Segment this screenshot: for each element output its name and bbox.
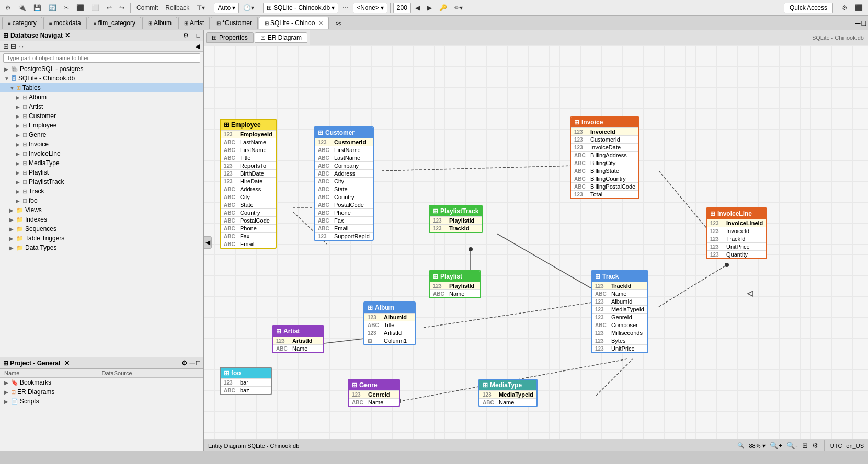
- entity-genre[interactable]: ⊞ Genre 123GenreId ABCName: [348, 379, 400, 407]
- tree-item-sqlite[interactable]: ▼ 🗄 SQLite - Chinook.db: [0, 74, 203, 83]
- entity-playlisttrack[interactable]: ⊞ PlaylistTrack 123PlaylistId 123TrackId: [429, 205, 483, 233]
- nav-icon-btn-3[interactable]: ↔: [18, 42, 25, 50]
- tree-item-employee[interactable]: ▶ ⊞ Employee: [0, 121, 203, 130]
- tree-item-invoice[interactable]: ▶ ⊞ Invoice: [0, 140, 203, 149]
- tree-item-tables[interactable]: ▼ ⊞ Tables: [0, 83, 203, 92]
- er-canvas[interactable]: ⊞ Employee 123EmployeeId ABCLastName ABC…: [204, 45, 868, 439]
- tab-customer[interactable]: ⊞ *Customer: [211, 17, 258, 29]
- tree-item-customer[interactable]: ▶ ⊞ Customer: [0, 111, 203, 121]
- commit-button[interactable]: Commit: [133, 3, 161, 13]
- tree-item-genre[interactable]: ▶ ⊞ Genre: [0, 130, 203, 140]
- entity-artist[interactable]: ⊞ Artist 123ArtistId ABCName: [272, 325, 324, 353]
- tree-label-invoiceline: InvoiceLine: [29, 150, 199, 157]
- entity-invoice[interactable]: ⊞ Invoice 123InvoiceId 123CustomerId 123…: [570, 116, 639, 199]
- tree-item-scripts[interactable]: ▶ 📄 Scripts: [0, 397, 203, 406]
- tab-artist[interactable]: ⊞ Artist: [178, 17, 210, 29]
- tree-item-datatypes[interactable]: ▶ 📁 Data Types: [0, 243, 203, 252]
- toolbar-btn-5[interactable]: ✂: [61, 3, 72, 13]
- db-nav-close-icon[interactable]: ✕: [65, 32, 70, 39]
- tree-item-playlisttrack[interactable]: ▶ ⊞ PlaylistTrack: [0, 177, 203, 187]
- entity-customer[interactable]: ⊞ Customer 123CustomerId ABCFirstName AB…: [314, 126, 374, 241]
- db-nav-minimize-btn[interactable]: ─: [190, 32, 195, 39]
- nav-icon-btn-2[interactable]: ⊟: [10, 42, 16, 50]
- toolbar-btn-8[interactable]: ↩: [104, 3, 115, 13]
- tab-maximize-btn[interactable]: □: [862, 19, 866, 27]
- toolbar-extra-2[interactable]: ✏▾: [451, 3, 466, 13]
- toolbar-btn-1[interactable]: ⚙: [2, 3, 14, 13]
- customer-field-firstname: ABCFirstName: [315, 146, 373, 154]
- nav-collapse-btn[interactable]: ◀: [195, 42, 200, 50]
- tab-overflow-btn[interactable]: »₅: [331, 18, 346, 28]
- tree-item-tabletriggers[interactable]: ▶ 📁 Table Triggers: [0, 234, 203, 243]
- tab-filmcategory[interactable]: ≡ film_category: [88, 17, 141, 29]
- project-settings-btn[interactable]: ⚙: [181, 359, 188, 367]
- auto-dropdown[interactable]: Auto ▾: [214, 3, 239, 13]
- toolbar-nav-next[interactable]: ▶: [424, 3, 435, 13]
- toolbar-btn-7[interactable]: ⬜: [88, 3, 102, 13]
- er-diagram-icon: ⊡: [260, 34, 266, 41]
- tab-mockdata[interactable]: ≡ mockdata: [43, 17, 87, 29]
- tab-close-sqlite[interactable]: ✕: [318, 20, 323, 27]
- entity-employee[interactable]: ⊞ Employee 123EmployeeId ABCLastName ABC…: [220, 119, 277, 249]
- toolbar-btn-3[interactable]: 💾: [30, 3, 44, 13]
- toolbar-settings-btn[interactable]: ⚙: [839, 3, 851, 13]
- statusbar-grid-btn[interactable]: ⊞: [802, 442, 808, 449]
- project-close-icon[interactable]: ✕: [64, 359, 70, 367]
- tab-album[interactable]: ⊞ Album: [142, 17, 177, 29]
- entity-foo[interactable]: ⊞ foo 123bar ABCbaz: [220, 367, 272, 395]
- svg-point-10: [725, 263, 729, 267]
- db-nav-maximize-btn[interactable]: □: [197, 32, 200, 39]
- zoom-out-btn[interactable]: 🔍-: [786, 442, 797, 449]
- toolbar-btn-2[interactable]: 🔌: [15, 3, 29, 13]
- tab-minimize-btn[interactable]: ─: [855, 19, 861, 27]
- db-connect-btn[interactable]: ⋯: [339, 3, 352, 13]
- tab-properties[interactable]: ⊞ Properties: [206, 32, 254, 43]
- tree-item-album[interactable]: ▶ ⊞ Album: [0, 92, 203, 102]
- tree-item-artist[interactable]: ▶ ⊞ Artist: [0, 102, 203, 111]
- project-minimize-btn[interactable]: ─: [189, 359, 194, 367]
- svg-marker-17: [748, 291, 753, 296]
- tree-item-indexes[interactable]: ▶ 📁 Indexes: [0, 215, 203, 224]
- statusbar-settings-btn[interactable]: ⚙: [812, 442, 818, 449]
- entity-track[interactable]: ⊞ Track 123TrackId ABCName 123AlbumId 12…: [591, 270, 648, 353]
- toolbar-btn-4[interactable]: 🔄: [45, 3, 60, 13]
- tab-er-diagram[interactable]: ⊡ ER Diagram: [255, 32, 307, 43]
- toolbar-filter-btn[interactable]: ⊤▾: [193, 3, 208, 13]
- tree-item-invoiceline[interactable]: ▶ ⊞ InvoiceLine: [0, 149, 203, 158]
- toolbar-btn-6[interactable]: ⬛: [73, 3, 87, 13]
- tree-item-foo[interactable]: ▶ ⊞ foo: [0, 196, 203, 205]
- db-dropdown[interactable]: ⊞ SQLite - Chinook.db ▾: [263, 3, 338, 13]
- db-nav-search-input[interactable]: [3, 53, 200, 63]
- nav-icon-btn-1[interactable]: ⊞: [3, 42, 9, 50]
- tree-item-erdiagrams[interactable]: ▶ ⊡ ER Diagrams: [0, 387, 203, 397]
- zoom-in-btn[interactable]: 🔍+: [770, 442, 783, 449]
- tree-item-views[interactable]: ▶ 📁 Views: [0, 205, 203, 215]
- toolbar-btn-9[interactable]: ↪: [116, 3, 128, 13]
- tree-item-bookmarks[interactable]: ▶ 🔖 Bookmarks: [0, 378, 203, 387]
- tab-category[interactable]: ≡ category: [2, 17, 42, 29]
- quick-access-button[interactable]: Quick Access: [784, 3, 833, 13]
- tree-item-track[interactable]: ▶ ⊞ Track: [0, 187, 203, 196]
- tree-item-postgres[interactable]: ▶ 🐘 PostgreSQL - postgres: [0, 64, 203, 74]
- tree-item-playlist[interactable]: ▶ ⊞ Playlist: [0, 168, 203, 177]
- entity-playlist[interactable]: ⊞ Playlist 123PlaylistId ABCName: [429, 270, 481, 298]
- tab-sqlite[interactable]: ⊞ SQLite - Chinoo ✕: [259, 17, 329, 29]
- toolbar-window-btn[interactable]: ⬛: [852, 3, 866, 13]
- tree-item-mediatype[interactable]: ▶ ⊞ MediaType: [0, 158, 203, 168]
- zoom-dropdown[interactable]: 200: [393, 3, 411, 13]
- toolbar-extra-1[interactable]: 🔑: [436, 3, 450, 13]
- toolbar-nav-prev[interactable]: ◀: [412, 3, 423, 13]
- entity-mediatype[interactable]: ⊞ MediaType 123MediaTypeId ABCName: [478, 379, 538, 407]
- toolbar-clock-btn[interactable]: 🕐▾: [240, 3, 257, 13]
- tree-item-sequences[interactable]: ▶ 📁 Sequences: [0, 224, 203, 234]
- zoom-dropdown-btn[interactable]: ▾: [762, 442, 766, 449]
- project-maximize-btn[interactable]: □: [196, 359, 200, 367]
- rollback-button[interactable]: Rollback: [162, 3, 192, 13]
- inner-tabs: ⊞ Properties ⊡ ER Diagram: [204, 30, 310, 45]
- entity-invoiceline[interactable]: ⊞ InvoiceLine 123InvoiceLineId 123Invoic…: [706, 207, 767, 259]
- employee-field-email: ABCEmail: [221, 240, 276, 248]
- db-nav-settings-btn[interactable]: ⚙: [183, 32, 189, 39]
- entity-album[interactable]: ⊞ Album 123AlbumId ABCTitle 123ArtistId …: [363, 301, 416, 345]
- schema-dropdown[interactable]: <None> ▾: [353, 3, 387, 13]
- collapse-sidebar-btn[interactable]: ◀: [204, 236, 212, 249]
